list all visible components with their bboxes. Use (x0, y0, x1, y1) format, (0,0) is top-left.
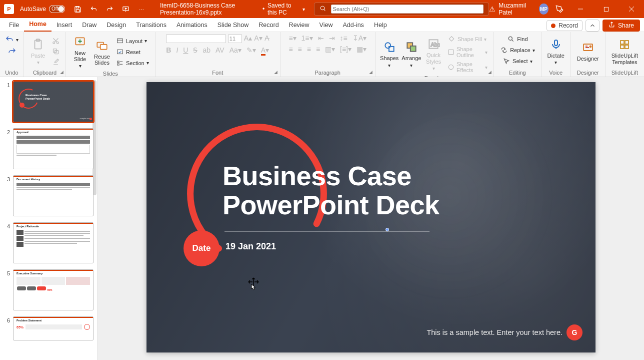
smartart-icon[interactable]: ▦▾ (356, 45, 366, 53)
pen-tool-icon[interactable] (554, 3, 565, 16)
slide-thumbnail-6[interactable]: Problem Statement 65% (13, 316, 94, 340)
strike-icon[interactable]: S̶ (193, 46, 198, 54)
replace-button[interactable]: Replace▾ (498, 45, 536, 55)
clear-format-icon[interactable]: A̶ (264, 34, 270, 43)
slide-thumbnail-4[interactable]: Project Rationale (13, 222, 94, 263)
date-badge[interactable]: Date (184, 230, 220, 266)
dictate-button[interactable]: Dictate▾ (546, 37, 566, 66)
tab-help[interactable]: Help (369, 19, 392, 32)
bullets-icon[interactable]: ≡▾ (288, 34, 296, 42)
text-direction-icon[interactable]: ↧A▾ (352, 34, 366, 42)
font-size-input[interactable] (228, 34, 242, 43)
paste-button[interactable]: Paste ▾ (28, 37, 48, 66)
selection-handle[interactable] (386, 228, 389, 231)
cut-button[interactable] (50, 36, 62, 46)
tab-animations[interactable]: Animations (172, 19, 212, 32)
slide-thumbnail-3[interactable]: Document History (13, 175, 94, 216)
columns-icon[interactable]: ▥▾ (325, 45, 335, 53)
font-name-input[interactable] (166, 34, 226, 43)
italic-icon[interactable]: I (176, 46, 178, 54)
align-center-icon[interactable]: ≡ (298, 45, 302, 53)
document-title[interactable]: ItemID-6658-Business Case Presentation-1… (160, 2, 305, 16)
bold-icon[interactable]: B (166, 46, 171, 54)
thumbnail-row[interactable]: 1 Business CasePowerPoint Deck sample te… (4, 81, 94, 122)
quick-styles-button[interactable]: Abc Quick Styles▾ (424, 36, 444, 72)
shadow-icon[interactable]: ab (202, 46, 210, 54)
undo-icon[interactable] (87, 3, 100, 16)
thumbnail-row[interactable]: 6 Problem Statement 65% (4, 316, 94, 340)
date-value[interactable]: 19 Jan 2021 (226, 241, 276, 252)
redo-icon[interactable] (103, 3, 116, 16)
tab-design[interactable]: Design (102, 19, 131, 32)
footer-badge[interactable]: G (566, 324, 582, 340)
justify-icon[interactable]: ≡ (316, 45, 320, 53)
decrease-font-icon[interactable]: A▾ (254, 34, 262, 43)
slide-editor[interactable]: Business CasePowerPoint Deck Date 19 Jan… (98, 77, 644, 360)
section-button[interactable]: Section▾ (114, 58, 151, 68)
undo-button[interactable]: ▾ (3, 34, 20, 45)
shape-fill-button[interactable]: Shape Fill▾ (446, 34, 490, 44)
highlight-icon[interactable]: ✎▾ (246, 46, 256, 54)
close-button[interactable] (622, 0, 642, 18)
tab-record[interactable]: Record (254, 19, 284, 32)
tab-draw[interactable]: Draw (77, 19, 102, 32)
indent-dec-icon[interactable]: ⇤ (318, 34, 324, 42)
user-account[interactable]: ⚠ Muzammil Patel MP (489, 2, 548, 16)
indent-inc-icon[interactable]: ⇥ (329, 34, 335, 42)
shapes-button[interactable]: Shapes▾ (380, 39, 400, 69)
align-right-icon[interactable]: ≡ (307, 45, 311, 53)
thumbnail-row[interactable]: 3 Document History (4, 175, 94, 216)
drawing-launcher-icon[interactable]: ◢ (486, 70, 492, 76)
search-box[interactable] (314, 3, 489, 16)
thumbnail-row[interactable]: 4 Project Rationale (4, 222, 94, 263)
tab-view[interactable]: View (314, 19, 338, 32)
paragraph-launcher-icon[interactable]: ◢ (368, 70, 374, 76)
tab-review[interactable]: Review (284, 19, 314, 32)
tab-slideshow[interactable]: Slide Show (212, 19, 254, 32)
tab-addins[interactable]: Add-ins (338, 19, 368, 32)
minimize-button[interactable] (570, 0, 590, 18)
tab-transitions[interactable]: Transitions (131, 19, 172, 32)
spacing-icon[interactable]: AV (216, 46, 224, 54)
shape-effects-button[interactable]: Shape Effects▾ (446, 60, 490, 74)
select-button[interactable]: Select▾ (500, 56, 534, 66)
reset-button[interactable]: Reset (114, 47, 151, 57)
format-painter-button[interactable] (50, 57, 62, 67)
slide-thumbnail-2[interactable]: Approval (13, 128, 94, 169)
tab-home[interactable]: Home (24, 18, 52, 32)
clipboard-launcher-icon[interactable]: ◢ (58, 70, 64, 76)
font-launcher-icon[interactable]: ◢ (273, 70, 279, 76)
tab-file[interactable]: File (4, 19, 24, 32)
designer-button[interactable]: Designer (575, 40, 601, 63)
redo-button[interactable] (6, 46, 18, 57)
case-icon[interactable]: Aa▾ (230, 46, 242, 54)
start-slideshow-icon[interactable] (119, 3, 132, 16)
numbering-icon[interactable]: 1≡▾ (302, 34, 313, 42)
font-color-icon[interactable]: A▾ (261, 46, 269, 54)
thumbnail-row[interactable]: 5 Executive Summary 65% (4, 269, 94, 310)
maximize-button[interactable] (596, 0, 616, 18)
align-text-icon[interactable]: [≡]▾ (340, 45, 352, 53)
copy-button[interactable] (50, 47, 62, 56)
reuse-slides-button[interactable]: Reuse Slides (92, 38, 112, 67)
find-button[interactable]: Find (505, 34, 530, 44)
slideuplift-button[interactable]: SlideUpLift Templates (610, 37, 640, 66)
increase-font-icon[interactable]: A▴ (244, 34, 252, 43)
slide-thumbnail-1[interactable]: Business CasePowerPoint Deck sample text (13, 81, 94, 122)
thumbnail-row[interactable]: 2 Approval (4, 128, 94, 169)
search-input[interactable] (331, 5, 484, 14)
slide-title[interactable]: Business CasePowerPoint Deck (222, 161, 440, 220)
qat-customize-icon[interactable]: ⋯ (135, 3, 148, 16)
underline-icon[interactable]: U (183, 46, 188, 54)
toggle-switch[interactable]: Off (49, 5, 65, 13)
slide-thumbnail-5[interactable]: Executive Summary 65% (13, 269, 94, 310)
record-button[interactable]: Record (546, 20, 582, 31)
share-button[interactable]: Share (602, 20, 640, 32)
tab-insert[interactable]: Insert (52, 19, 77, 32)
slide-thumbnail-panel[interactable]: 1 Business CasePowerPoint Deck sample te… (0, 77, 98, 360)
align-left-icon[interactable]: ≡ (288, 45, 292, 53)
save-icon[interactable] (71, 3, 84, 16)
arrange-button[interactable]: Arrange▾ (402, 39, 422, 69)
autosave-toggle[interactable]: AutoSave Off (17, 5, 68, 13)
line-spacing-icon[interactable]: ↕≡ (340, 34, 348, 42)
